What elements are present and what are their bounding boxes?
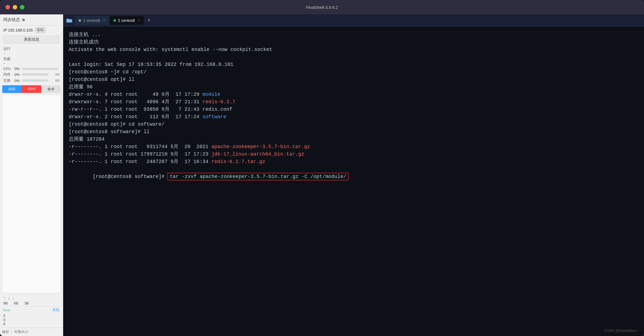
swap-label: 交换 (3, 78, 13, 83)
lat-val-1: 0 (3, 314, 5, 318)
latency-value: 0ms (3, 308, 10, 312)
term-line-7: 总用量 96 (69, 83, 638, 91)
prompt-6: [root@centos8 opt]# ll (69, 77, 135, 82)
sysinfo-button[interactable]: 系统信息 (3, 36, 60, 43)
path-right: 可用/大小 (14, 330, 28, 334)
add-tab-button[interactable]: + (144, 16, 153, 25)
path-divider: | (11, 330, 12, 334)
term-line-18: [root@centos8 software]# tar -zxvf apach… (69, 166, 638, 188)
terminal-area: 1 centos8 × 2 centos8 × + 连接主机 ... 连接主机成… (63, 14, 644, 336)
net-right-value: 3B (24, 301, 29, 305)
term-line-1: 连接主机 ... (69, 31, 638, 38)
net-up-icon: ↑ (3, 296, 6, 301)
minimize-button[interactable] (13, 5, 17, 9)
term-line-11: drwxr-xr-x. 2 root root 112 9月 17 17:24 … (69, 113, 638, 121)
tab-cpu[interactable]: CPU (22, 85, 41, 93)
main-layout: 同步状态 IP 192.168.0.105 复制 系统信息 运行 − 负载 − … (0, 14, 644, 336)
tab-bar: 1 centos8 × 2 centos8 × + (63, 14, 644, 27)
term-line-13: [root@centos8 software]# ll (69, 128, 638, 136)
tab2-dot (114, 19, 116, 22)
run-label: 运行 − (3, 46, 13, 55)
term-line-16: -r--------. 1 root root 179971210 9月 17 … (69, 151, 638, 158)
network-section: ↑ ↓ ↓ 9B 6B 3B 0ms 本机 0 0 0 (0, 293, 63, 328)
term-line-17: -r--------. 1 root root 2487287 9月 17 16… (69, 158, 638, 166)
term-line-3: Activate the web console with: systemctl… (69, 46, 638, 53)
term-line-6: [root@centos8 opt]# ll (69, 76, 638, 83)
term-line-4: Last login: Sat Sep 17 18:53:35 2022 fro… (69, 61, 638, 68)
tab1-close[interactable]: × (103, 19, 105, 22)
term-line-9: drwxrwxr-x. 7 root root 4096 4月 27 21:31… (69, 98, 638, 106)
cpu-row: CPU 0% (0, 66, 63, 71)
window-controls (6, 5, 24, 9)
load-row: 负载 − (0, 56, 63, 66)
swap-row: 交换 0% 0/0 (0, 77, 63, 84)
net-up-row: ↑ ↓ ↓ (3, 295, 60, 301)
net-up-value: 9B (3, 301, 8, 305)
swap-progress-bg (22, 79, 48, 82)
mem-row: 内存 0% 0/0 (0, 71, 63, 77)
term-line-14: 总用量 187284 (69, 136, 638, 143)
mem-value: 0% (14, 73, 20, 77)
term-line-8: drwxr-xr-x. 4 root root 49 9月 17 17:29 m… (69, 91, 638, 98)
swap-value: 0% (14, 79, 20, 83)
net-right-icon: ↓ (12, 296, 14, 300)
titlebar: FinalShell 3.9.6.2 (0, 0, 644, 14)
local-label: 本机 (52, 307, 60, 312)
close-button[interactable] (6, 5, 10, 9)
tab1-label: 1 centos8 (83, 18, 100, 23)
monitor-chart (2, 95, 61, 293)
tab1-dot (79, 19, 81, 22)
sync-label: 同步状态 (3, 17, 20, 22)
folder-button[interactable] (64, 16, 74, 25)
terminal-tab-1[interactable]: 1 centos8 × (75, 16, 109, 25)
term-line-10: -rw-r--r--. 1 root root 93850 9月 7 21:43… (69, 106, 638, 113)
maximize-button[interactable] (20, 5, 24, 9)
net-down-value: 6B (14, 301, 18, 305)
sync-status-row: 同步状态 (0, 14, 63, 25)
lat-val-2: 0 (3, 318, 5, 322)
ip-row: IP 192.168.0.105 复制 (0, 25, 63, 35)
sidebar: 同步状态 IP 192.168.0.105 复制 系统信息 运行 − 负载 − … (0, 14, 63, 336)
mem-progress-bg (22, 73, 48, 76)
swap-ratio: 0/0 (51, 79, 60, 82)
latency-row: 0ms 本机 (3, 307, 60, 313)
terminal-content[interactable]: 连接主机 ... 连接主机成功 Activate the web console… (63, 27, 644, 336)
cpu-label: CPU (3, 67, 13, 71)
app-title: FinalShell 3.9.6.2 (306, 5, 338, 10)
copy-button[interactable]: 复制 (35, 27, 45, 33)
latency-sub-row: 0 0 0 (3, 313, 60, 327)
tab2-close[interactable]: × (138, 19, 140, 22)
term-line-5: [root@centos8 ~]# cd /opt/ (69, 68, 638, 76)
tab-mem[interactable]: 内存 (2, 85, 22, 93)
lat-val-3: 0 (3, 322, 5, 326)
term-blank-1 (69, 53, 638, 61)
net-divider (3, 306, 60, 306)
term-line-15: -r--------. 1 root root 9311744 5月 20 20… (69, 143, 638, 151)
net-values: 9B 6B 3B (3, 301, 60, 306)
load-label: 负载 − (3, 56, 13, 66)
cpu-value: 0% (14, 67, 20, 71)
net-down-icon: ↓ (8, 296, 10, 301)
sync-dot (22, 19, 25, 21)
prompt-5: [root@centos8 ~]# cd /opt/ (69, 69, 147, 75)
mem-label: 内存 (3, 72, 13, 77)
tab2-label: 2 centos8 (118, 18, 135, 23)
path-label: 路径 (2, 330, 9, 334)
term-line-2: 连接主机成功 (69, 38, 638, 46)
monitor-tabs: 内存 CPU 命令 (2, 85, 61, 93)
watermark: CSDN @PandaMan~ (604, 329, 638, 333)
path-row: 路径 | 可用/大小 (0, 328, 63, 336)
mem-ratio: 0/0 (51, 73, 60, 76)
ip-address: IP 192.168.0.105 (3, 28, 33, 32)
tab-cmd[interactable]: 命令 (41, 85, 61, 93)
cpu-progress-bg (22, 68, 58, 70)
terminal-tab-2[interactable]: 2 centos8 × (110, 16, 144, 25)
run-row: 运行 − (0, 46, 63, 56)
term-line-12: [root@centos8 opt]# cd software/ (69, 121, 638, 128)
latency-vals: 0 0 0 (3, 314, 5, 326)
